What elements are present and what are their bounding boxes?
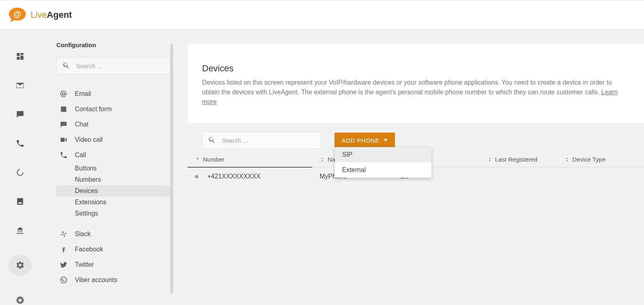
col-number[interactable]: Number	[195, 156, 320, 163]
twitter-icon	[60, 261, 68, 269]
page-description: Devices listed on this screen represent …	[202, 78, 630, 107]
sidebar: Configuration Email Contact form Chat	[40, 29, 173, 305]
nav-email[interactable]: Email	[56, 86, 173, 102]
chat-icon	[60, 120, 68, 129]
page-header: Devices Devices listed on this screen re…	[188, 44, 644, 123]
dropdown-item-sip[interactable]: SIP	[335, 147, 431, 162]
status-dot	[195, 175, 198, 178]
main-content: Devices Devices listed on this screen re…	[173, 29, 644, 305]
at-icon	[60, 90, 68, 98]
table-search-input[interactable]	[222, 137, 315, 144]
rail-dashboard-icon[interactable]	[15, 52, 25, 61]
sort-asc-icon	[195, 157, 200, 162]
phone-icon	[60, 151, 68, 159]
svg-point-2	[61, 277, 67, 283]
topbar: @ LiveAgent	[0, 0, 644, 29]
video-icon	[60, 136, 68, 144]
logo-icon: @	[8, 7, 27, 23]
nav-video-call[interactable]: Video call	[56, 132, 173, 147]
search-icon	[62, 61, 70, 71]
caret-down-icon	[384, 139, 388, 141]
slack-icon	[60, 230, 68, 238]
brand-logo[interactable]: @ LiveAgent	[8, 7, 72, 23]
sort-icon	[564, 157, 570, 162]
nav-twitter[interactable]: Twitter	[56, 257, 173, 272]
cell-number: +421XXXXXXXXX	[207, 173, 260, 180]
add-phone-button[interactable]: ADD PHONE	[334, 133, 395, 148]
col-last-registered[interactable]: Last Registered	[487, 156, 564, 163]
sidebar-search-input[interactable]	[76, 62, 164, 69]
rail-contacts-icon[interactable]	[15, 197, 25, 206]
rail-phone-icon[interactable]	[15, 139, 25, 148]
nav-slack[interactable]: Slack	[56, 226, 173, 242]
rail-chat-icon[interactable]	[15, 110, 25, 119]
rail-loading-icon[interactable]	[15, 168, 25, 177]
nav-call-buttons[interactable]: Buttons	[56, 163, 173, 174]
nav-call-settings[interactable]: Settings	[56, 208, 173, 219]
sidebar-nav: Email Contact form Chat Video call Call …	[56, 86, 173, 288]
rail-settings-icon[interactable]	[8, 255, 32, 276]
svg-text:@: @	[13, 10, 21, 19]
search-icon	[208, 136, 216, 145]
icon-rail	[0, 29, 40, 305]
nav-call-numbers[interactable]: Numbers	[56, 174, 173, 185]
nav-chat[interactable]: Chat	[56, 117, 173, 132]
sidebar-scrollbar[interactable]	[170, 44, 173, 294]
table-toolbar: ADD PHONE SIP External	[188, 123, 644, 150]
nav-call[interactable]: Call	[56, 147, 173, 163]
sidebar-title: Configuration	[56, 41, 173, 48]
nav-call-devices[interactable]: Devices	[56, 185, 173, 197]
nav-contact-form[interactable]: Contact form	[56, 102, 173, 117]
brand-text: LiveAgent	[31, 10, 72, 20]
facebook-icon	[60, 245, 68, 253]
sort-icon	[487, 157, 493, 162]
form-icon	[60, 105, 68, 113]
add-phone-dropdown: SIP External	[335, 147, 431, 178]
rail-mail-icon[interactable]	[15, 81, 25, 90]
nav-viber[interactable]: Viber accounts	[56, 272, 173, 288]
col-device-type[interactable]: Device Type	[564, 156, 644, 163]
active-sort-underline	[188, 167, 312, 168]
sort-icon	[320, 157, 325, 162]
dropdown-item-external[interactable]: External	[335, 162, 431, 178]
nav-call-extensions[interactable]: Extensions	[56, 197, 173, 208]
nav-facebook[interactable]: Facebook	[56, 242, 173, 257]
page-title: Devices	[202, 63, 630, 74]
rail-star-icon[interactable]	[15, 295, 25, 305]
table-search[interactable]	[202, 132, 321, 149]
viber-icon	[60, 276, 68, 284]
rail-knowledge-icon[interactable]	[15, 226, 25, 235]
sidebar-search[interactable]	[56, 57, 170, 74]
